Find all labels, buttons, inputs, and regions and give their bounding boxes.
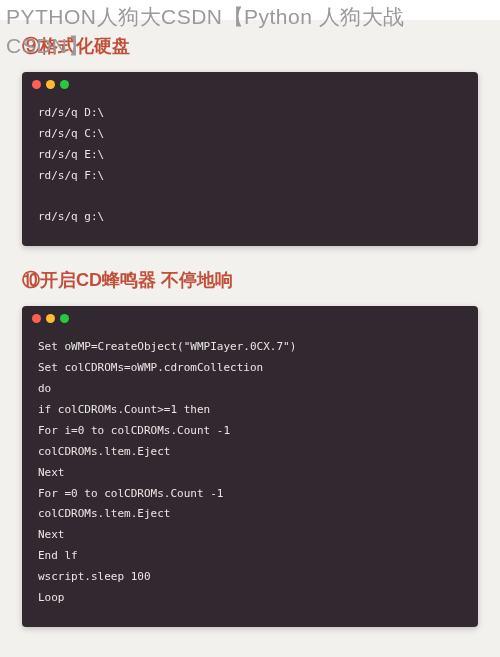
code-line: Next [38, 525, 462, 546]
code-block-cd-buzzer: Set oWMP=CreateObject("WMPIayer.0CX.7")S… [22, 306, 478, 627]
code-line: Loop [38, 588, 462, 609]
close-icon [32, 314, 41, 323]
code-line: rd/s/q C:\ [38, 124, 462, 145]
code-line: do [38, 379, 462, 400]
minimize-icon [46, 80, 55, 89]
code-content-1: rd/s/q D:\rd/s/q C:\rd/s/q E:\rd/s/q F:\… [22, 95, 478, 232]
code-line: colCDROMs.ltem.Eject [38, 442, 462, 463]
code-line: rd/s/q D:\ [38, 103, 462, 124]
window-buttons [22, 72, 478, 95]
article-content: ⑨格式化硬盘 rd/s/q D:\rd/s/q C:\rd/s/q E:\rd/… [0, 20, 500, 657]
code-line: wscript.sleep 100 [38, 567, 462, 588]
code-line: Set oWMP=CreateObject("WMPIayer.0CX.7") [38, 337, 462, 358]
code-line: if colCDROMs.Count>=1 then [38, 400, 462, 421]
code-line: Set colCDROMs=oWMP.cdromCollection [38, 358, 462, 379]
section-heading-cd-buzzer: ⑩开启CD蜂鸣器 不停地响 [22, 268, 478, 292]
code-line: Next [38, 463, 462, 484]
maximize-icon [60, 314, 69, 323]
code-line: rd/s/q g:\ [38, 207, 462, 228]
code-line: colCDROMs.ltem.Eject [38, 504, 462, 525]
code-line: rd/s/q E:\ [38, 145, 462, 166]
code-content-2: Set oWMP=CreateObject("WMPIayer.0CX.7")S… [22, 329, 478, 613]
code-line [38, 187, 462, 208]
section-heading-format-disk: ⑨格式化硬盘 [22, 34, 478, 58]
close-icon [32, 80, 41, 89]
window-buttons [22, 306, 478, 329]
code-line: rd/s/q F:\ [38, 166, 462, 187]
minimize-icon [46, 314, 55, 323]
code-block-format-disk: rd/s/q D:\rd/s/q C:\rd/s/q E:\rd/s/q F:\… [22, 72, 478, 246]
code-line: For =0 to colCDROMs.Count -1 [38, 484, 462, 505]
code-line: For i=0 to colCDROMs.Count -1 [38, 421, 462, 442]
code-line: End lf [38, 546, 462, 567]
maximize-icon [60, 80, 69, 89]
